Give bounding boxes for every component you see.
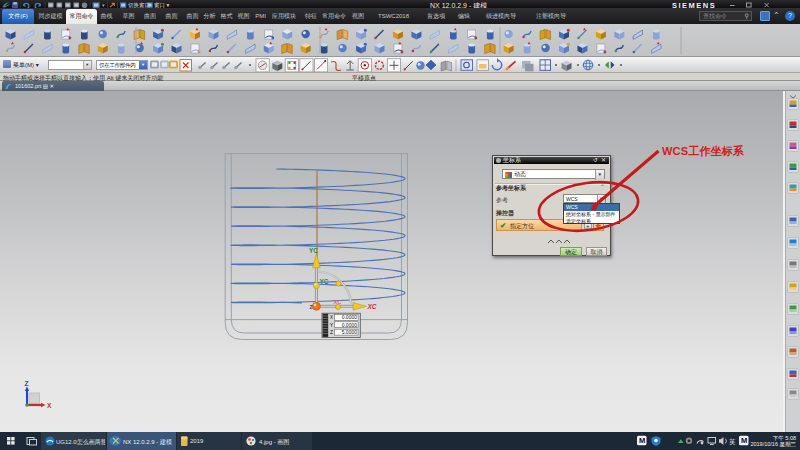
svg-text:X: X xyxy=(47,402,52,409)
svg-text:0.0000: 0.0000 xyxy=(342,314,358,320)
svg-text:Z: Z xyxy=(25,380,29,387)
svg-text:5.0000: 5.0000 xyxy=(342,329,358,335)
svg-text:0.0000: 0.0000 xyxy=(342,322,358,328)
svg-text:XC: XC xyxy=(367,303,377,310)
svg-text:Z: Z xyxy=(330,330,333,336)
svg-text:Y: Y xyxy=(330,323,333,329)
svg-text:XC: XC xyxy=(334,299,342,305)
svg-text:YC: YC xyxy=(320,278,329,285)
svg-text:M: M xyxy=(639,436,645,445)
svg-text:YC: YC xyxy=(309,247,318,254)
svg-text:X: X xyxy=(330,315,333,321)
